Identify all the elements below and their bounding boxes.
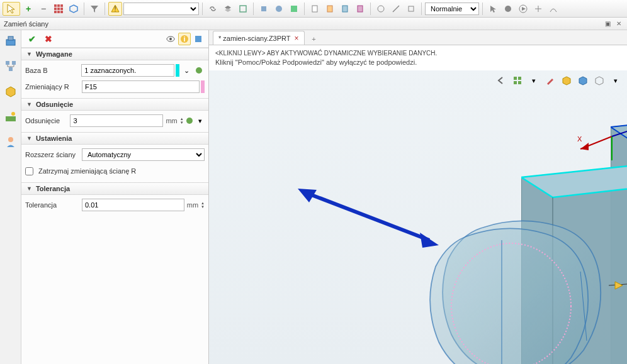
svg-rect-19 [327,6,332,12]
pick-icon[interactable] [193,65,205,76]
extend-label: Rozszerz ściany [25,151,81,158]
svg-line-69 [307,193,429,240]
offset-unit: mm [164,117,178,124]
add-button[interactable]: + [21,2,35,16]
main-toolbar: + − ! Normalnie [0,0,627,18]
sidebar-user-button[interactable] [3,133,19,150]
misc-button[interactable] [501,2,515,16]
cube-solid-icon[interactable] [577,74,589,87]
extend-select[interactable]: Automatyczny [82,148,205,161]
base-input[interactable] [81,64,174,77]
panel-pin-button[interactable]: ▣ [603,19,612,28]
changing-input[interactable] [82,80,200,93]
panel-action-header: ✔ ✖ i [21,30,208,48]
tool-button[interactable] [272,2,286,16]
tool-button[interactable] [257,2,271,16]
tool-button[interactable] [287,2,301,16]
section-header-required[interactable]: ▼ Wymagane [21,48,208,60]
back-icon[interactable] [495,74,507,87]
filter-button[interactable] [88,2,101,16]
layers-button[interactable] [221,2,235,16]
dropdown-icon[interactable]: ▾ [609,74,622,87]
svg-rect-33 [6,116,16,121]
halt-label: Zatrzymaj zmieniającą ścianę R [38,167,136,175]
tol-spinner[interactable]: ▲▼ [201,201,205,209]
cube-wire-icon[interactable] [593,74,606,87]
collapse-icon: ▼ [26,101,32,108]
cube-shaded-icon[interactable] [560,74,573,87]
svg-rect-14 [240,6,246,12]
document-tab[interactable]: * zamien-sciany.Z3PRT × [213,31,305,45]
panel-close-button[interactable]: ✕ [614,19,623,28]
changing-label: Zmieniający R [25,83,81,91]
remove-button[interactable]: − [37,2,50,16]
cancel-button[interactable]: ✖ [42,32,55,46]
misc-button[interactable] [389,2,403,16]
display-mode-select[interactable]: Normalnie [425,3,479,15]
selection-filter-select[interactable] [123,3,199,15]
svg-point-35 [8,137,13,142]
svg-rect-8 [60,11,63,13]
svg-marker-62 [580,143,589,150]
svg-rect-21 [358,6,363,12]
grid-snap-button[interactable] [52,2,65,16]
ok-button[interactable]: ✔ [25,32,39,46]
svg-rect-44 [518,77,521,80]
sidebar-assembly-button[interactable] [3,33,19,49]
collapse-icon: ▼ [26,185,32,192]
section-title: Wymagane [36,50,72,58]
misc-button[interactable] [531,2,545,16]
expand-icon[interactable] [192,33,205,45]
pick-icon[interactable] [185,115,195,126]
pick-mode-button[interactable] [3,2,20,16]
warning-button[interactable]: ! [108,2,122,16]
svg-line-54 [611,108,627,127]
section-header-settings[interactable]: ▼ Ustawienia [21,132,208,145]
sidebar-part-button[interactable] [3,83,19,99]
misc-button[interactable] [374,2,388,16]
offset-input[interactable] [70,114,163,127]
halt-checkbox[interactable] [25,167,33,175]
svg-text:!: ! [114,5,116,13]
svg-rect-5 [60,8,63,10]
chevron-down-icon[interactable]: ▾ [195,115,205,126]
tab-close-button[interactable]: × [295,34,299,43]
play-button[interactable] [516,2,530,16]
tool-button[interactable] [236,2,250,16]
svg-point-16 [276,6,282,12]
grid-icon[interactable] [511,74,524,87]
section-header-offset[interactable]: ▼ Odsunięcie [21,98,208,111]
toolbar-separator [482,3,483,15]
page-button[interactable] [308,2,322,16]
svg-marker-13 [225,8,231,12]
paint-icon[interactable] [544,74,556,87]
link-button[interactable] [206,2,220,16]
sidebar-tree-button[interactable] [3,58,19,74]
dimension-handle[interactable] [609,278,627,293]
svg-marker-67 [615,282,623,289]
offset-spinner[interactable]: ▲▼ [180,117,184,124]
sidebar-scene-button[interactable] [3,108,19,124]
section-header-tolerance[interactable]: ▼ Tolerancja [21,182,208,195]
viewport-canvas[interactable]: ▾ ▾ [209,70,627,364]
toolbar-separator [304,3,305,15]
section-title: Ustawienia [36,135,72,142]
page-button[interactable] [353,2,367,16]
tab-add-button[interactable]: + [308,33,320,45]
cursor-button[interactable] [486,2,500,16]
toolbar-separator [370,3,371,15]
misc-button[interactable] [546,2,560,16]
svg-rect-28 [8,36,13,40]
misc-button[interactable] [404,2,418,16]
page-button[interactable] [323,2,337,16]
tol-label: Tolerancja [25,201,81,209]
base-colorbar [176,64,179,77]
page-button[interactable] [338,2,352,16]
chevron-down-icon[interactable]: ⌄ [181,65,192,76]
info-icon[interactable]: i [178,33,191,45]
viewport-hint: <KLIKNIJ LEWY> ABY AKTYWOWAĆ DYNAMICZNE … [209,45,627,70]
eye-icon[interactable] [164,33,177,45]
dropdown-icon[interactable]: ▾ [528,74,540,87]
tol-input[interactable] [82,199,184,211]
hexagon-button[interactable] [67,2,81,16]
